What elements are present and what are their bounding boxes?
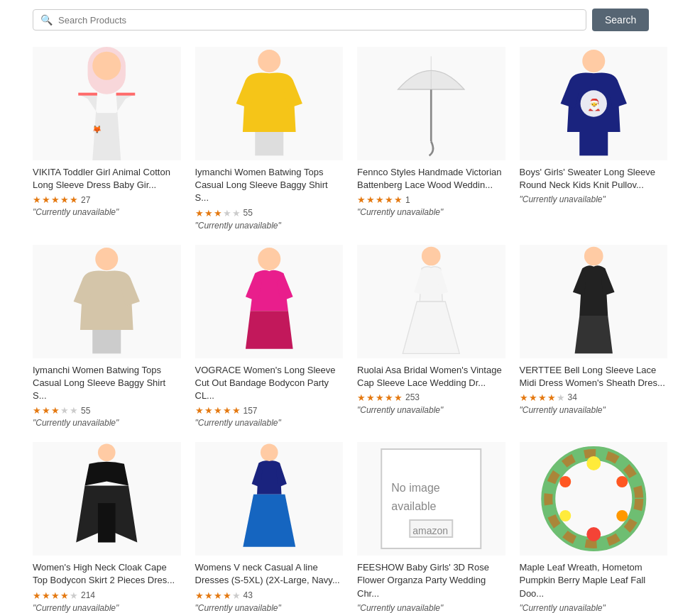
product-rating: ★★★★★ 27 (33, 194, 90, 205)
product-image[interactable] (33, 442, 181, 556)
svg-point-31 (586, 527, 601, 541)
product-image[interactable] (195, 442, 344, 556)
product-image[interactable]: No image available amazon (357, 442, 505, 556)
product-image[interactable] (357, 47, 505, 160)
availability-status: "Currently unavailable" (33, 603, 119, 613)
availability-status: "Currently unavailable" (520, 603, 606, 613)
svg-point-16 (422, 246, 441, 265)
product-title: Iymanchi Women Batwing Tops Casual Long … (33, 364, 181, 403)
product-image[interactable] (520, 245, 668, 358)
product-card[interactable]: Womens V neck Casual A line Dresses (S-5… (195, 442, 344, 613)
product-rating: ★★★★★ 43 (195, 590, 253, 601)
review-count: 43 (244, 590, 253, 600)
product-title: VERTTEE Bell Long Sleeve Lace Midi Dress… (520, 364, 668, 390)
availability-status: "Currently unavailable" (520, 194, 606, 204)
search-icon: 🔍 (40, 14, 53, 26)
product-card[interactable]: No image available amazon FEESHOW Baby G… (357, 442, 505, 613)
search-button[interactable]: Search (592, 9, 649, 31)
product-card[interactable]: 🎅 Boys' Girls' Sweater Long Sleeve Round… (520, 47, 668, 231)
product-title: Ruolai Asa Bridal Women's Vintage Cap Sl… (357, 364, 505, 390)
availability-status: "Currently unavailable" (33, 418, 119, 428)
product-title: Boys' Girls' Sweater Long Sleeve Round N… (520, 166, 668, 192)
svg-text:🦊: 🦊 (92, 125, 102, 134)
product-title: Fennco Styles Handmade Victorian Battenb… (357, 166, 505, 192)
availability-status: "Currently unavailable" (33, 207, 119, 217)
product-card[interactable]: Iymanchi Women Batwing Tops Casual Long … (33, 245, 181, 429)
review-count: 157 (244, 406, 258, 416)
svg-point-29 (616, 476, 628, 487)
svg-point-30 (616, 510, 628, 521)
review-count: 214 (81, 590, 95, 600)
product-image[interactable] (195, 47, 344, 160)
product-rating: ★★★★★ 55 (33, 405, 90, 416)
svg-point-20 (260, 444, 278, 462)
product-card[interactable]: Ruolai Asa Bridal Women's Vintage Cap Sl… (357, 245, 505, 429)
svg-rect-4 (255, 132, 283, 155)
products-grid: 🦊 VIKITA Toddler Girl Animal Cotton Long… (0, 40, 700, 613)
svg-point-15 (258, 248, 280, 270)
product-card[interactable]: 🦊 VIKITA Toddler Girl Animal Cotton Long… (33, 47, 181, 231)
product-rating: ★★★★★ 214 (33, 590, 95, 601)
svg-point-3 (258, 50, 280, 72)
product-image[interactable] (520, 442, 668, 556)
availability-status: "Currently unavailable" (520, 405, 606, 415)
product-image[interactable] (357, 245, 505, 358)
svg-point-9 (582, 50, 605, 72)
product-title: Maple Leaf Wreath, Hometom Pumpkin Berry… (520, 561, 668, 600)
svg-text:available: available (391, 500, 436, 512)
svg-rect-19 (98, 503, 116, 542)
svg-text:amazon: amazon (412, 525, 448, 536)
svg-text:🎅: 🎅 (586, 98, 601, 111)
availability-status: "Currently unavailable" (357, 405, 443, 415)
svg-point-18 (98, 444, 116, 462)
svg-point-28 (586, 456, 601, 470)
product-card[interactable]: Fennco Styles Handmade Victorian Battenb… (357, 47, 505, 231)
product-rating: ★★★★★ 55 (195, 208, 253, 219)
availability-status: "Currently unavailable" (195, 603, 281, 613)
product-image[interactable] (33, 245, 181, 358)
product-image[interactable]: 🎅 (520, 47, 668, 160)
product-card[interactable]: VERTTEE Bell Long Sleeve Lace Midi Dress… (520, 245, 668, 429)
header: 🔍 Search (0, 0, 700, 40)
svg-point-17 (584, 246, 603, 265)
review-count: 55 (244, 208, 253, 218)
product-image[interactable]: 🦊 (33, 47, 181, 160)
availability-status: "Currently unavailable" (357, 207, 443, 217)
svg-point-13 (95, 248, 118, 270)
review-count: 27 (81, 195, 90, 205)
product-rating: ★★★★★ 157 (195, 405, 258, 416)
product-title: FEESHOW Baby Girls' 3D Rose Flower Organ… (357, 561, 505, 600)
availability-status: "Currently unavailable" (195, 418, 281, 428)
product-title: Iymanchi Women Batwing Tops Casual Long … (195, 166, 344, 205)
product-rating: ★★★★★ 34 (520, 392, 577, 403)
review-count: 34 (568, 392, 577, 402)
svg-rect-12 (579, 132, 608, 155)
product-card[interactable]: VOGRACE Women's Long Sleeve Cut Out Band… (195, 245, 344, 429)
svg-text:No image: No image (391, 482, 440, 494)
availability-status: "Currently unavailable" (357, 603, 443, 613)
product-rating: ★★★★★ 1 (357, 194, 410, 205)
product-card[interactable]: Women's High Neck Cloak Cape Top Bodycon… (33, 442, 181, 613)
search-input[interactable] (58, 15, 579, 26)
product-image[interactable] (195, 245, 344, 358)
product-title: VOGRACE Women's Long Sleeve Cut Out Band… (195, 364, 344, 403)
svg-rect-14 (92, 330, 121, 353)
review-count: 253 (405, 392, 420, 402)
review-count: 1 (405, 195, 410, 205)
svg-point-33 (559, 476, 571, 487)
product-card[interactable]: Maple Leaf Wreath, Hometom Pumpkin Berry… (520, 442, 668, 613)
product-title: Womens V neck Casual A line Dresses (S-5… (195, 561, 344, 587)
product-rating: ★★★★★ 253 (357, 392, 420, 403)
review-count: 55 (81, 406, 90, 416)
product-title: VIKITA Toddler Girl Animal Cotton Long S… (33, 166, 181, 192)
svg-point-1 (92, 52, 121, 80)
product-card[interactable]: Iymanchi Women Batwing Tops Casual Long … (195, 47, 344, 231)
product-title: Women's High Neck Cloak Cape Top Bodycon… (33, 561, 181, 587)
availability-status: "Currently unavailable" (195, 221, 281, 231)
svg-point-32 (559, 510, 571, 521)
search-bar: 🔍 (33, 9, 586, 31)
